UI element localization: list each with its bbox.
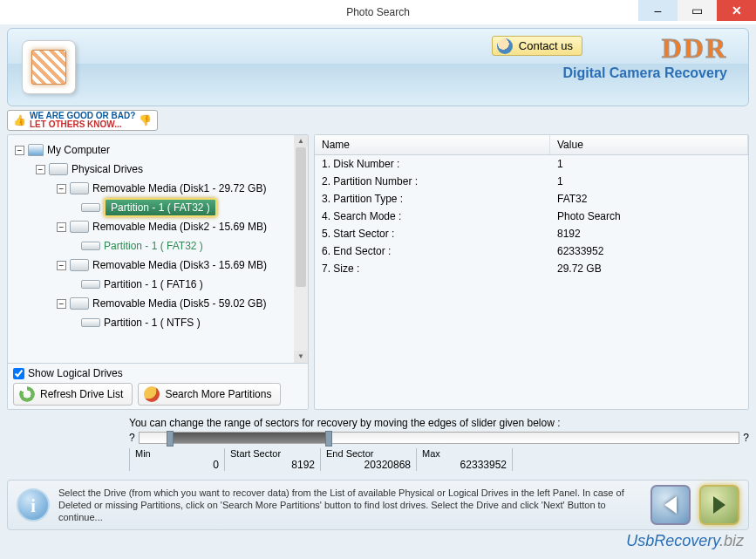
search-more-partitions-button[interactable]: Search More Partitions [138,383,281,406]
slider-handle-start[interactable] [167,431,174,447]
drive-icon [49,163,68,175]
tree-node-disk1-partition1[interactable]: Partition - 1 ( FAT32 ) [11,198,308,217]
show-logical-drives-checkbox[interactable] [13,368,24,379]
collapse-icon[interactable]: − [57,299,66,309]
column-header-name[interactable]: Name [315,135,550,154]
collapse-icon[interactable]: − [57,261,66,270]
scroll-up-icon[interactable]: ▲ [294,135,308,147]
drive-icon [70,221,89,233]
start-sector-field: Start Sector 8192 [225,448,321,471]
scroll-down-icon[interactable]: ▼ [294,351,308,363]
drive-icon [70,297,89,310]
footer-tld: .biz [719,532,744,549]
feedback-line2: LET OTHERS KNOW... [30,119,122,129]
window-close-button[interactable]: ✕ [717,0,756,21]
drive-icon [70,182,89,194]
info-icon: i [17,488,50,522]
property-value: FAT32 [550,191,748,207]
drive-icon [70,259,89,271]
help-icon[interactable]: ? [129,432,135,444]
property-value: Photo Search [550,208,748,224]
property-value: 8192 [550,226,748,242]
property-name: 3. Partition Type : [315,191,550,207]
window-minimize-button[interactable]: – [638,0,678,21]
slider-handle-end[interactable] [325,431,332,447]
table-row: 2. Partition Number :1 [315,173,748,190]
partition-icon [81,280,100,289]
slider-hint: You can change the range of sectors for … [129,417,561,429]
brand-subtitle: Digital Camera Recovery [562,65,727,81]
window-title: Photo Search [346,6,410,18]
property-value: 29.72 GB [550,261,748,276]
collapse-icon[interactable]: − [57,222,66,232]
computer-icon [28,144,44,156]
property-value: 1 [550,174,748,189]
end-sector-field: End Sector 20320868 [321,448,417,471]
next-button[interactable] [699,485,739,525]
feedback-button[interactable]: 👍 WE ARE GOOD OR BAD? LET OTHERS KNOW...… [7,110,158,131]
partition-icon [81,203,100,212]
tree-node-disk1[interactable]: − Removable Media (Disk1 - 29.72 GB) [11,179,308,198]
property-name: 4. Search Mode : [315,208,550,224]
app-logo-icon [22,40,76,94]
titlebar: Photo Search – ▭ ✕ [0,0,756,24]
collapse-icon[interactable]: − [57,184,66,194]
property-name: 5. Start Sector : [315,226,550,242]
property-name: 1. Disk Number : [315,156,550,172]
table-row: 1. Disk Number :1 [315,155,748,173]
table-row: 6. End Sector :62333952 [315,242,748,260]
property-name: 7. Size : [315,261,550,276]
help-icon[interactable]: ? [743,432,749,444]
tree-node-my-computer[interactable]: − My Computer [11,140,308,160]
tree-node-disk5[interactable]: − Removable Media (Disk5 - 59.02 GB) [11,294,308,313]
instruction-text: Select the Drive (from which you want to… [58,487,642,524]
sector-range-section: You can change the range of sectors for … [7,417,749,471]
window-maximize-button[interactable]: ▭ [678,0,717,21]
thumb-up-icon: 👍 [13,115,26,126]
scrollbar-thumb[interactable] [296,147,306,287]
arrow-left-icon [664,496,677,514]
show-logical-drives-label: Show Logical Drives [28,367,123,379]
brand-logo-text: DDR [562,34,727,62]
property-name: 6. End Sector : [315,243,550,259]
tree-node-disk5-partition1[interactable]: Partition - 1 ( NTFS ) [11,313,308,332]
back-button[interactable] [650,485,691,525]
tree-node-disk2-partition1[interactable]: Partition - 1 ( FAT32 ) [11,236,308,256]
partition-icon [81,318,100,327]
property-name: 2. Partition Number : [315,174,550,189]
collapse-icon[interactable]: − [36,165,45,174]
tree-node-disk3-partition1[interactable]: Partition - 1 ( FAT16 ) [11,275,308,294]
partition-icon [81,242,100,250]
drive-tree-panel: − My Computer − Physical Drives − Remova… [7,134,309,410]
sector-range-slider[interactable] [139,432,740,444]
arrow-right-icon [713,496,725,514]
thumb-down-icon: 👎 [139,115,152,126]
max-sector-field: Max 62333952 [417,448,513,471]
table-row: 7. Size :29.72 GB [315,260,748,277]
tree-scrollbar[interactable]: ▲ ▼ [294,135,308,363]
footer: UsbRecovery.biz [0,530,756,552]
tree-node-disk3[interactable]: − Removable Media (Disk3 - 15.69 MB) [11,256,308,275]
refresh-drive-list-button[interactable]: Refresh Drive List [13,383,133,406]
column-header-value[interactable]: Value [550,135,748,154]
table-row: 4. Search Mode :Photo Search [315,208,748,225]
refresh-icon [19,386,35,402]
table-row: 5. Start Sector :8192 [315,225,748,242]
collapse-icon[interactable]: − [15,146,24,155]
properties-panel: Name Value 1. Disk Number :12. Partition… [314,134,749,410]
min-sector-field: Min 0 [129,448,225,471]
tree-node-disk2[interactable]: − Removable Media (Disk2 - 15.69 MB) [11,217,308,236]
search-icon [144,386,160,402]
app-header: Contact us DDR Digital Camera Recovery [7,28,749,106]
table-row: 3. Partition Type :FAT32 [315,190,748,208]
instruction-bar: i Select the Drive (from which you want … [7,480,749,530]
property-value: 1 [550,156,748,172]
footer-site: UsbRecovery [626,532,719,549]
tree-node-physical-drives[interactable]: − Physical Drives [11,160,308,179]
property-value: 62333952 [550,243,748,259]
slider-fill [169,433,331,443]
